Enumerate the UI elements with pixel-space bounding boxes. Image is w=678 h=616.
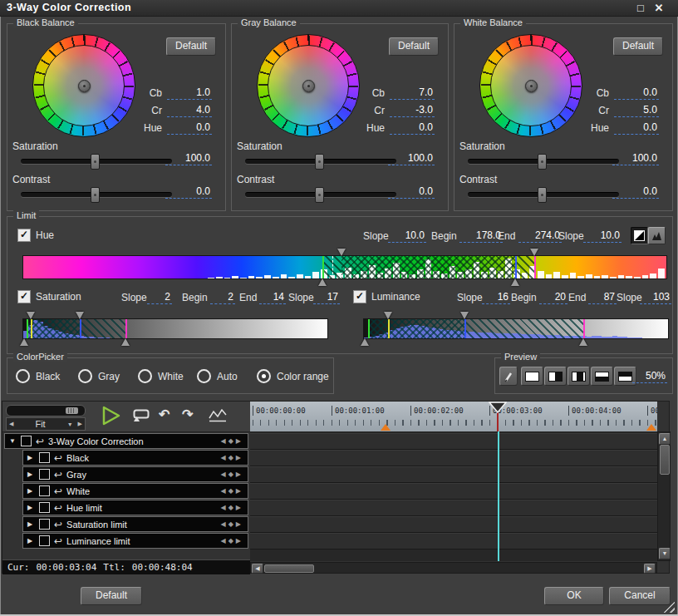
gray-default-button[interactable]: Default (389, 37, 439, 56)
hue-begin-handle[interactable] (337, 249, 346, 256)
hue-slope1-value[interactable]: 10.0 (388, 229, 426, 243)
reset-icon[interactable]: ↩ (54, 471, 62, 479)
preview-mode-split-center-button[interactable] (567, 367, 590, 386)
hue-limit-checkbox[interactable]: ✓ Hue (17, 229, 54, 242)
hue-slope-out-handle[interactable] (511, 278, 519, 286)
playhead-line[interactable] (498, 431, 499, 561)
close-button[interactable]: ✕ (651, 1, 667, 15)
timeline-ruler[interactable]: 00:00:00:00 00:00:01:00 00:00:02:00 00:0… (250, 402, 657, 431)
global-default-button[interactable]: Default (81, 587, 142, 605)
gray-color-wheel[interactable] (257, 34, 360, 137)
add-keyframe-icon[interactable]: ◆ (228, 487, 236, 495)
reset-icon[interactable]: ↩ (54, 504, 62, 512)
preview-mode-split-bottom-button[interactable] (591, 367, 613, 386)
add-keyframe-icon[interactable]: ◆ (228, 537, 236, 545)
black-saturation-value[interactable]: 100.0 (165, 152, 212, 165)
grid-row[interactable] (250, 516, 657, 533)
colorpicker-radio-gray[interactable]: Gray (78, 369, 120, 383)
scroll-right-button[interactable]: ▶ (644, 564, 656, 574)
grid-row[interactable] (250, 466, 657, 483)
scroll-up-button[interactable]: ▲ (659, 433, 671, 445)
lum-slope1-value[interactable]: 16 (482, 291, 510, 304)
black-default-button[interactable]: Default (166, 37, 216, 56)
gray-hue-value[interactable]: 0.0 (390, 121, 435, 135)
saturation-limit-checkbox[interactable]: ✓ Saturation (17, 290, 81, 303)
black-hue-value[interactable]: 0.0 (167, 121, 212, 135)
white-saturation-slider-thumb[interactable] (538, 154, 547, 170)
reset-icon[interactable]: ↩ (36, 437, 44, 446)
hue-slope2-value[interactable]: 10.0 (583, 229, 622, 243)
black-color-wheel-knob[interactable] (78, 80, 91, 92)
fit-left-icon[interactable]: ◀ (7, 421, 16, 427)
gray-saturation-slider-thumb[interactable] (315, 154, 324, 170)
gray-cr-value[interactable]: -3.0 (390, 104, 435, 117)
hscroll-thumb[interactable] (264, 564, 314, 573)
expand-icon[interactable]: ▶ (27, 537, 35, 545)
curve-editor-button[interactable] (209, 409, 228, 423)
add-keyframe-icon[interactable]: ◆ (228, 504, 236, 511)
timeline-zoom-slider[interactable] (6, 405, 86, 416)
title-bar[interactable]: 3-Way Color Correction □ ✕ (0, 0, 678, 17)
play-button[interactable] (101, 405, 122, 426)
track-row-gray[interactable]: ▶ ↩ Gray ◀◆▶ (22, 466, 248, 482)
white-cr-value[interactable]: 5.0 (614, 104, 659, 117)
sat-slope2-value[interactable]: 17 (313, 291, 340, 304)
luminance-limit-checkbox[interactable]: ✓ Luminance (353, 290, 420, 303)
saturation-limit-bar[interactable] (22, 318, 328, 339)
loop-playback-button[interactable] (132, 408, 152, 423)
sat-end-value[interactable]: 14 (259, 291, 286, 304)
black-saturation-slider[interactable] (21, 159, 172, 164)
radio-circle[interactable] (16, 369, 30, 383)
playhead-handle[interactable] (489, 402, 507, 413)
gray-contrast-slider[interactable] (245, 192, 396, 197)
track-checkbox[interactable] (39, 519, 50, 530)
white-default-button[interactable]: Default (613, 37, 663, 56)
gray-cb-value[interactable]: 7.0 (390, 86, 435, 100)
hue-end-handle[interactable] (530, 249, 538, 256)
lum-end-handle[interactable] (460, 312, 469, 319)
preview-picker-button[interactable] (499, 367, 518, 386)
hue-limit-bar[interactable] (22, 255, 667, 279)
colorpicker-radio-auto[interactable]: Auto (197, 369, 238, 383)
expand-icon[interactable]: ▶ (27, 454, 35, 461)
gray-saturation-value[interactable]: 100.0 (388, 152, 435, 165)
sat-slope-out-handle[interactable] (121, 338, 130, 346)
keyframe-marker-orange[interactable] (381, 424, 391, 431)
radio-circle[interactable] (197, 369, 211, 383)
maximize-button[interactable]: □ (632, 1, 649, 15)
track-row-hue-limit[interactable]: ▶ ↩ Hue limit ◀◆▶ (22, 500, 248, 515)
timeline-vscrollbar[interactable]: ▲ ▼ (657, 431, 671, 561)
gray-contrast-slider-thumb[interactable] (315, 187, 324, 203)
add-keyframe-icon[interactable]: ◆ (228, 471, 236, 478)
prev-keyframe-icon[interactable]: ◀ (221, 437, 228, 445)
gray-color-wheel-knob[interactable] (302, 80, 315, 92)
next-keyframe-icon[interactable]: ▶ (236, 504, 243, 511)
timeline-zoom-thumb[interactable] (66, 407, 78, 414)
expand-icon[interactable]: ▶ (27, 471, 35, 478)
reset-icon[interactable]: ↩ (54, 487, 62, 495)
preview-mode-full-button[interactable] (521, 367, 543, 386)
track-checkbox[interactable] (39, 452, 50, 463)
grid-row[interactable] (250, 533, 657, 549)
lum-end-value[interactable]: 87 (588, 291, 617, 304)
track-row-3way[interactable]: ▼ ↩ 3-Way Color Correction ◀◆▶ (4, 433, 248, 449)
sat-slope-in-handle[interactable] (20, 338, 28, 346)
prev-keyframe-icon[interactable]: ◀ (221, 537, 228, 545)
luminance-limit-checkbox-box[interactable]: ✓ (353, 290, 366, 303)
grid-row[interactable] (250, 483, 657, 500)
colorpicker-radio-white[interactable]: White (138, 369, 184, 383)
undo-button[interactable]: ↶ (159, 407, 170, 422)
saturation-limit-checkbox-box[interactable]: ✓ (17, 290, 31, 303)
luminance-limit-bar[interactable] (363, 318, 669, 339)
reset-icon[interactable]: ↩ (54, 454, 62, 462)
keyframe-marker-orange[interactable] (646, 424, 656, 431)
black-contrast-slider[interactable] (21, 192, 172, 197)
black-saturation-slider-thumb[interactable] (91, 154, 100, 170)
black-contrast-slider-thumb[interactable] (91, 187, 100, 203)
colorpicker-radio-color-range[interactable]: Color range (257, 369, 329, 383)
track-row-black[interactable]: ▶ ↩ Black ◀◆▶ (22, 450, 248, 466)
reset-icon[interactable]: ↩ (54, 537, 62, 545)
next-keyframe-icon[interactable]: ▶ (236, 537, 243, 545)
lum-slope2-value[interactable]: 103 (640, 291, 671, 304)
next-keyframe-icon[interactable]: ▶ (236, 454, 243, 461)
